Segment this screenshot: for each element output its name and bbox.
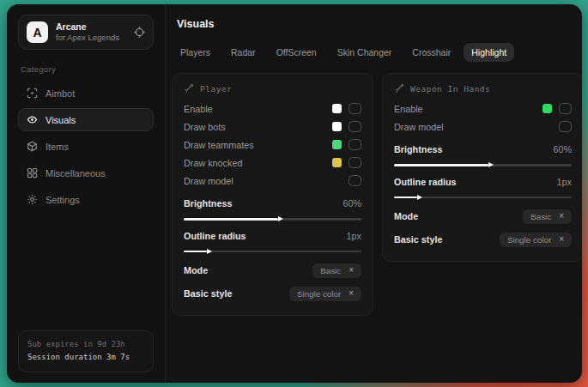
tab-radar[interactable]: Radar [223, 43, 264, 62]
basic-style-row: Basic style Single color × [394, 229, 572, 250]
app-window: A Arcane for Apex Legends Category [7, 4, 582, 383]
remove-tag-icon[interactable]: × [559, 235, 564, 244]
sidebar-item-label: Aimbot [45, 88, 75, 99]
checkbox[interactable] [559, 121, 572, 132]
toggle-row-enable: Enable [184, 100, 361, 118]
wand-icon [394, 83, 404, 94]
slider-label: Outline radius [394, 177, 457, 187]
basic-style-tag[interactable]: Single color × [289, 287, 361, 301]
tag-row-label: Basic style [184, 288, 232, 299]
slider-fill[interactable] [394, 197, 417, 199]
toggle-label: Draw model [184, 176, 233, 186]
sidebar-item-settings[interactable]: Settings [18, 188, 154, 211]
mode-tag[interactable]: Basic × [523, 209, 572, 224]
toggle-label: Draw model [394, 122, 444, 132]
toggle-row-draw-teammates: Draw teammates [184, 136, 361, 154]
category-label: Category [21, 64, 154, 74]
sub-expires-text: Sub expires in 9d 23h [27, 338, 144, 352]
app-name: Arcane [56, 21, 119, 33]
tab-players[interactable]: Players [173, 43, 218, 62]
color-swatch[interactable] [332, 104, 342, 113]
settings-gear-icon [27, 194, 38, 205]
slider-fill[interactable] [184, 251, 207, 253]
checkbox[interactable] [349, 103, 361, 114]
main-area: Visuals Players Radar OffScreen Skin Cha… [166, 4, 582, 383]
tag-row-label: Mode [184, 265, 208, 275]
slider-value: 60% [342, 198, 361, 209]
sidebar-item-aimbot[interactable]: Aimbot [18, 82, 154, 105]
toggle-row-draw-model: Draw model [394, 118, 572, 136]
tag-row-label: Mode [394, 211, 418, 221]
subscription-info: Sub expires in 9d 23h Session duration 3… [18, 330, 154, 373]
outline-radius-slider[interactable] [394, 197, 572, 199]
tag-value: Single color [297, 289, 341, 299]
remove-tag-icon[interactable]: × [349, 289, 354, 298]
color-swatch[interactable] [543, 104, 552, 113]
weapon-in-hands-panel: Weapon In Hands Enable Draw model [382, 73, 582, 262]
checkbox[interactable] [349, 121, 361, 132]
outline-radius-slider[interactable] [184, 251, 361, 253]
aimbot-crosshair-icon [27, 88, 38, 99]
slider-label: Outline radius [184, 231, 246, 241]
sidebar-item-miscellaneous[interactable]: Miscellaneous [18, 161, 154, 184]
tag-value: Single color [507, 235, 551, 245]
slider-value: 1px [557, 177, 572, 187]
wand-icon [184, 83, 194, 94]
visuals-eye-icon [27, 114, 38, 125]
sidebar-item-label: Items [45, 142, 69, 152]
sidebar-item-label: Visuals [45, 115, 76, 125]
tab-offscreen[interactable]: OffScreen [269, 43, 324, 62]
page-title: Visuals [177, 18, 582, 30]
toggle-row-draw-knocked: Draw knocked [184, 154, 361, 172]
slider-value: 60% [553, 144, 572, 154]
misc-grid-icon [27, 167, 38, 178]
color-swatch[interactable] [332, 140, 342, 149]
checkbox[interactable] [349, 139, 361, 150]
sidebar: A Arcane for Apex Legends Category [7, 4, 166, 383]
mode-row: Mode Basic × [394, 206, 572, 227]
toggle-row-draw-bots: Draw bots [184, 118, 361, 136]
app-subtitle: for Apex Legends [56, 33, 119, 43]
tab-highlight[interactable]: Highlight [464, 43, 514, 62]
tag-row-label: Basic style [394, 234, 442, 245]
tag-value: Basic [320, 266, 341, 275]
checkbox[interactable] [559, 103, 572, 114]
toggle-label: Draw bots [184, 122, 226, 132]
tab-skin-changer[interactable]: Skin Changer [330, 43, 400, 62]
sidebar-item-visuals[interactable]: Visuals [18, 108, 154, 131]
panels: Player Enable Draw bots [172, 73, 582, 316]
brightness-slider[interactable] [184, 218, 361, 221]
sidebar-item-items[interactable]: Items [18, 135, 154, 158]
brand-card: A Arcane for Apex Legends [18, 15, 154, 50]
color-swatch[interactable] [332, 122, 342, 131]
sidebar-item-label: Settings [45, 195, 80, 205]
weapon-panel-header: Weapon In Hands [394, 83, 572, 94]
slider-fill[interactable] [394, 164, 488, 166]
brightness-slider[interactable] [394, 164, 572, 166]
slider-fill[interactable] [184, 218, 278, 221]
panel-title: Weapon In Hands [410, 84, 490, 94]
brightness-slider-group: Brightness 60% [394, 142, 572, 166]
app-logo: A [27, 21, 48, 43]
checkbox[interactable] [349, 157, 361, 168]
brightness-slider-group: Brightness 60% [184, 196, 361, 221]
color-swatch[interactable] [332, 158, 342, 167]
basic-style-tag[interactable]: Single color × [500, 233, 572, 247]
slider-value: 1px [347, 231, 361, 241]
mode-tag[interactable]: Basic × [312, 263, 361, 278]
remove-tag-icon[interactable]: × [349, 266, 354, 275]
toggle-label: Draw knocked [184, 158, 242, 168]
tab-crosshair[interactable]: Crosshair [404, 43, 458, 62]
toggle-row-enable: Enable [394, 100, 572, 118]
remove-tag-icon[interactable]: × [559, 212, 564, 221]
toggle-label: Draw teammates [184, 140, 254, 150]
session-duration-text: Session duration 3m 7s [27, 351, 144, 365]
mode-row: Mode Basic × [184, 260, 361, 281]
checkbox[interactable] [349, 175, 361, 186]
panel-title: Player [200, 84, 232, 94]
items-box-icon [27, 141, 38, 152]
crosshair-icon[interactable] [134, 27, 145, 38]
toggle-label: Enable [394, 104, 423, 114]
slider-label: Brightness [184, 198, 232, 209]
basic-style-row: Basic style Single color × [184, 283, 361, 304]
